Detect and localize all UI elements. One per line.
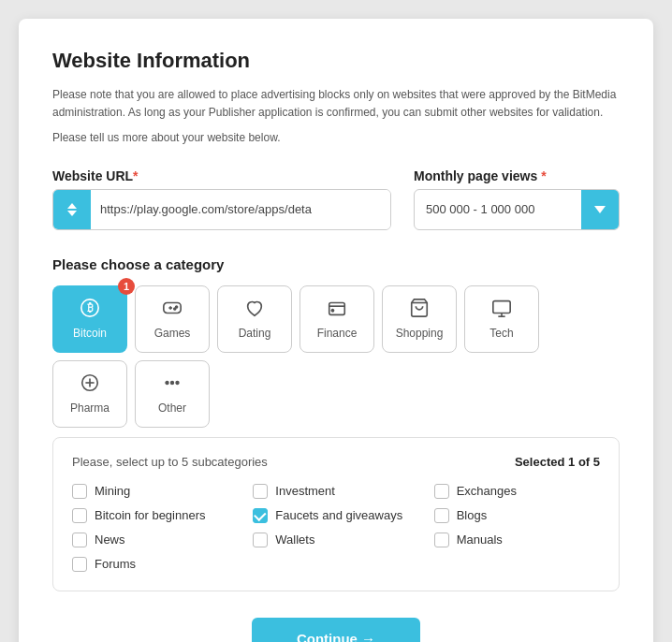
- chevron-down-icon: [594, 206, 606, 213]
- url-arrow-box[interactable]: [53, 190, 91, 229]
- games-icon: [162, 298, 183, 321]
- url-input[interactable]: [91, 190, 390, 229]
- checkbox-blogs[interactable]: [434, 508, 449, 523]
- svg-point-17: [171, 382, 174, 385]
- subcategory-label-forums: Forums: [95, 557, 136, 571]
- views-label: Monthly page views *: [414, 168, 620, 183]
- subcategory-investment[interactable]: Investment: [253, 484, 418, 499]
- category-label: Tech: [489, 327, 513, 340]
- website-info-card: Website Information Please note that you…: [19, 19, 653, 642]
- subcategory-faucets[interactable]: Faucets and giveaways: [253, 508, 418, 523]
- subcategory-wallets[interactable]: Wallets: [253, 533, 418, 547]
- subcategory-manuals[interactable]: Manuals: [434, 533, 600, 547]
- category-tech[interactable]: Tech: [464, 285, 539, 353]
- url-label: Website URL*: [52, 168, 391, 183]
- views-dropdown-button[interactable]: [581, 190, 619, 229]
- category-section-title: Please choose a category: [52, 256, 620, 272]
- checkbox-exchanges[interactable]: [434, 484, 449, 499]
- subcategory-label-mining: Mining: [95, 484, 130, 498]
- checkbox-mining[interactable]: [72, 484, 87, 499]
- sub-header: Please, select up to 5 subcategories Sel…: [72, 455, 600, 469]
- arrow-down-icon: [67, 211, 77, 216]
- checkbox-bitcoin-beginners[interactable]: [72, 508, 87, 523]
- category-label: Pharma: [70, 401, 110, 415]
- category-label: Games: [154, 327, 191, 340]
- svg-point-8: [331, 310, 333, 312]
- category-pharma[interactable]: Pharma: [52, 360, 127, 428]
- arrow-up-icon: [67, 203, 77, 209]
- subcategory-news[interactable]: News: [72, 533, 238, 547]
- selected-count: Selected 1 of 5: [515, 455, 600, 469]
- tech-icon: [491, 298, 512, 321]
- category-shopping[interactable]: Shopping: [382, 285, 457, 353]
- subcategories-grid: MiningInvestmentExchangesBitcoin for beg…: [72, 484, 600, 572]
- category-badge: 1: [118, 278, 135, 295]
- bitcoin-icon: ₿: [80, 298, 100, 321]
- notice-text-1: Please note that you are allowed to plac…: [52, 86, 620, 122]
- category-dating[interactable]: Dating: [217, 285, 292, 353]
- checkbox-manuals[interactable]: [434, 533, 449, 547]
- category-label: Bitcoin: [73, 327, 107, 340]
- category-other[interactable]: Other: [135, 360, 210, 428]
- views-value: 500 000 - 1 000 000: [415, 190, 581, 229]
- category-games[interactable]: Games: [135, 285, 210, 353]
- subcategory-label-bitcoin-beginners: Bitcoin for beginners: [95, 508, 206, 522]
- checkbox-wallets[interactable]: [253, 533, 268, 547]
- dating-icon: [244, 298, 265, 321]
- subcategory-forums[interactable]: Forums: [72, 557, 238, 572]
- category-finance[interactable]: Finance: [299, 285, 374, 353]
- subcategories-box: Please, select up to 5 subcategories Sel…: [52, 437, 620, 591]
- url-required-star: *: [133, 168, 138, 183]
- category-label: Other: [158, 401, 186, 415]
- subcategory-mining[interactable]: Mining: [72, 484, 238, 499]
- subcategory-exchanges[interactable]: Exchanges: [434, 484, 600, 499]
- notice-text-2: Please tell us more about your website b…: [52, 129, 620, 147]
- svg-point-6: [174, 308, 176, 310]
- categories-row: 1₿BitcoinGamesDatingFinanceShoppingTechP…: [52, 285, 620, 428]
- category-label: Shopping: [396, 327, 444, 340]
- category-bitcoin[interactable]: 1₿Bitcoin: [52, 285, 127, 353]
- category-label: Dating: [239, 327, 271, 340]
- checkbox-faucets[interactable]: [253, 508, 268, 523]
- url-field-group: Website URL*: [52, 168, 391, 230]
- checkbox-forums[interactable]: [72, 557, 87, 572]
- shopping-icon: [409, 298, 430, 321]
- url-input-wrap: [52, 189, 391, 230]
- form-row: Website URL* Monthly page views * 500 00…: [52, 168, 620, 230]
- continue-row: Continue →: [52, 618, 620, 642]
- svg-rect-7: [329, 303, 345, 315]
- views-select-wrap: 500 000 - 1 000 000: [414, 189, 620, 230]
- subcategory-label-manuals: Manuals: [457, 533, 503, 547]
- category-label: Finance: [317, 327, 358, 340]
- svg-point-16: [166, 382, 168, 385]
- pharma-icon: [80, 372, 100, 396]
- checkbox-investment[interactable]: [253, 484, 268, 499]
- subcategory-label-blogs: Blogs: [457, 508, 488, 522]
- svg-text:₿: ₿: [87, 301, 94, 314]
- views-field-group: Monthly page views * 500 000 - 1 000 000: [414, 168, 620, 230]
- subcategory-label-exchanges: Exchanges: [457, 484, 517, 498]
- subcategory-label-investment: Investment: [275, 484, 335, 498]
- subcategory-label-news: News: [95, 533, 125, 547]
- subcategory-bitcoin-beginners[interactable]: Bitcoin for beginners: [72, 508, 238, 523]
- sub-instruction: Please, select up to 5 subcategories: [72, 455, 268, 469]
- page-title: Website Information: [52, 49, 620, 73]
- subcategory-blogs[interactable]: Blogs: [434, 508, 600, 523]
- subcategory-label-wallets: Wallets: [275, 533, 314, 547]
- finance-icon: [327, 298, 347, 321]
- other-icon: [162, 372, 183, 396]
- svg-point-18: [176, 382, 179, 385]
- views-required-star: *: [537, 168, 546, 183]
- subcategory-label-faucets: Faucets and giveaways: [275, 508, 402, 522]
- continue-button[interactable]: Continue →: [252, 618, 420, 642]
- checkbox-news[interactable]: [72, 533, 87, 547]
- svg-rect-10: [493, 301, 510, 314]
